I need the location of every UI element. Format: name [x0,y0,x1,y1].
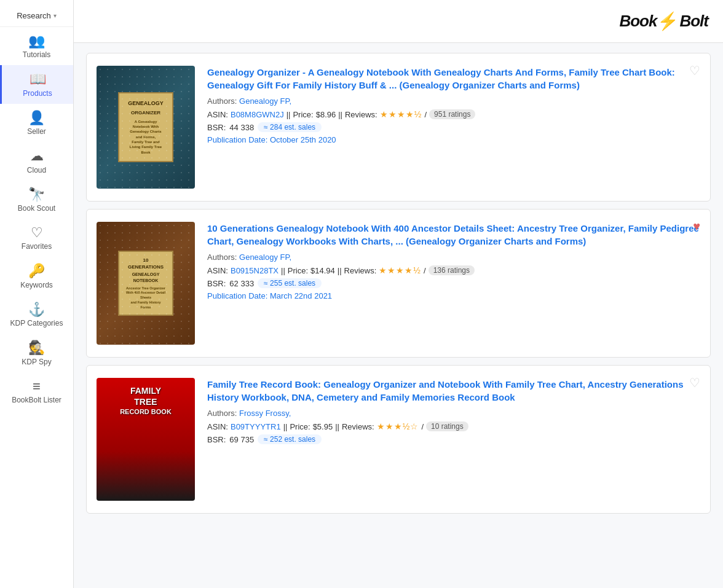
sidebar-item-kdp-categories[interactable]: ⚓ KDP Categories [0,296,73,334]
keywords-icon: 🔑 [28,263,45,279]
book-cover-1: GENEALOGY ORGANIZER A Genealogy Notebook… [97,66,195,189]
sidebar-item-keywords[interactable]: 🔑 Keywords [0,257,73,295]
bookbolt-lister-icon: ≡ [33,378,41,394]
topbar: Book ⚡ Bolt [74,0,723,43]
asin-value-1: B08M8GWN2J [231,110,284,119]
stars-2: ★★★★½ [379,265,421,275]
research-label: Research [17,11,51,20]
book-meta-asin-2: ASIN: B0915N28TX || Price: $14.94 || Rev… [207,265,700,275]
book-info-1: Genealogy Organizer - A Genealogy Notebo… [207,66,700,144]
seller-icon: 👤 [28,110,45,126]
book-title-1[interactable]: Genealogy Organizer - A Genealogy Notebo… [207,66,700,92]
sidebar-item-book-scout[interactable]: 🔭 Book Scout [0,181,73,219]
est-sales-1: ≈ 284 est. sales [258,122,322,132]
book-bsr-1: BSR: 44 338 ≈ 284 est. sales [207,122,700,132]
book-authors-1: Authors: Genealogy FP, [207,96,700,106]
book-author-link-1[interactable]: Genealogy FP, [239,96,291,106]
products-icon: 📖 [30,71,46,87]
sidebar-item-products[interactable]: 📖 Products [0,65,73,103]
bsr-value-1: 44 338 [229,123,254,132]
book-title-3[interactable]: Family Tree Record Book: Genealogy Organ… [207,378,700,404]
pub-date-1: Publication Date: October 25th 2020 [207,135,700,144]
sidebar-item-seller[interactable]: 👤 Seller [0,104,73,142]
sidebar-label-favorites: Favorites [22,242,52,251]
book-card-3: FAMILY TREE RECORD BOOK Family Tree Reco… [86,365,711,514]
favorite-button-3[interactable]: ♡ [689,375,700,390]
sidebar-item-bookbolt-lister[interactable]: ≡ BookBolt Lister [0,372,73,410]
sidebar-label-keywords: Keywords [20,281,53,289]
book-meta-asin-1: ASIN: B08M8GWN2J || Price: $8.96 || Revi… [207,109,700,119]
bsr-value-3: 69 735 [229,435,254,444]
research-dropdown[interactable]: Research ▾ [0,5,73,27]
est-sales-2: ≈ 255 est. sales [258,278,322,288]
ratings-2: 136 ratings [429,265,475,275]
favorite-button-2[interactable]: ♥ [693,219,700,233]
kdp-categories-icon: ⚓ [28,302,45,318]
pub-date-value-2: March 22nd 2021 [270,291,332,300]
price-value-3: $5.95 [313,422,333,431]
stars-3: ★★★½☆ [377,421,419,431]
logo-text-part2: Bolt [679,12,708,31]
book-card-1: GENEALOGY ORGANIZER A Genealogy Notebook… [86,53,711,202]
book-cover-3: FAMILY TREE RECORD BOOK [97,378,195,501]
sidebar-item-kdp-spy[interactable]: 🕵 KDP Spy [0,334,73,372]
sidebar-label-kdp-categories: KDP Categories [10,319,63,327]
sidebar: Research ▾ 👥 Tutorials 📖 Products 👤 Sell… [0,0,74,588]
price-value-2: $14.94 [310,266,335,275]
logo: Book ⚡ Bolt [619,11,708,31]
asin-value-2: B0915N28TX [231,266,279,275]
book-bsr-3: BSR: 69 735 ≈ 252 est. sales [207,434,700,444]
tutorials-icon: 👥 [28,33,45,49]
pub-date-2: Publication Date: March 22nd 2021 [207,291,700,300]
sidebar-label-bookbolt-lister: BookBolt Lister [12,396,61,404]
sidebar-label-book-scout: Book Scout [18,204,55,213]
bsr-value-2: 62 333 [229,279,254,288]
sidebar-label-cloud: Cloud [27,166,46,174]
sidebar-label-tutorials: Tutorials [23,50,51,59]
ratings-1: 951 ratings [429,109,475,119]
book-card-2: 10 GENERATIONS GENEALOGY NOTEBOOK Ancest… [86,209,711,358]
logo-bolt-icon: ⚡ [657,11,679,31]
book-bsr-2: BSR: 62 333 ≈ 255 est. sales [207,278,700,288]
logo-text-part1: Book [619,12,657,31]
sidebar-item-tutorials[interactable]: 👥 Tutorials [0,27,73,65]
book-authors-2: Authors: Genealogy FP, [207,253,700,262]
book-scout-icon: 🔭 [28,187,45,203]
sidebar-label-seller: Seller [27,127,46,136]
favorites-icon: ♡ [31,225,43,241]
research-arrow: ▾ [53,12,57,19]
favorite-button-1[interactable]: ♡ [689,63,700,78]
cloud-icon: ☁ [30,148,44,164]
sidebar-item-favorites[interactable]: ♡ Favorites [0,219,73,257]
cover-3-label: FAMILY TREE RECORD BOOK [120,385,172,417]
sidebar-item-cloud[interactable]: ☁ Cloud [0,142,73,180]
book-info-2: 10 Generations Genealogy Notebook With 4… [207,222,700,300]
price-value-1: $8.96 [316,110,336,119]
book-title-2[interactable]: 10 Generations Genealogy Notebook With 4… [207,222,700,248]
pub-date-value-1: October 25th 2020 [270,135,336,144]
content-area: GENEALOGY ORGANIZER A Genealogy Notebook… [74,43,723,523]
book-meta-asin-3: ASIN: B09TYYYTR1 || Price: $5.95 || Revi… [207,421,700,431]
est-sales-3: ≈ 252 est. sales [258,434,322,444]
stars-1: ★★★★½ [380,109,422,119]
book-authors-3: Authors: Frossy Frossy, [207,409,700,418]
sidebar-label-products: Products [23,89,52,98]
kdp-spy-icon: 🕵 [28,340,45,356]
sidebar-label-kdp-spy: KDP Spy [22,358,51,366]
book-info-3: Family Tree Record Book: Genealogy Organ… [207,378,700,447]
book-cover-2: 10 GENERATIONS GENEALOGY NOTEBOOK Ancest… [97,222,195,345]
main-area: Book ⚡ Bolt GENEALOGY ORGANIZER A Geneal… [74,0,723,588]
ratings-3: 10 ratings [426,421,468,431]
asin-value-3: B09TYYYTR1 [231,422,281,431]
book-author-link-2[interactable]: Genealogy FP, [239,253,291,262]
book-author-link-3[interactable]: Frossy Frossy, [239,409,291,418]
